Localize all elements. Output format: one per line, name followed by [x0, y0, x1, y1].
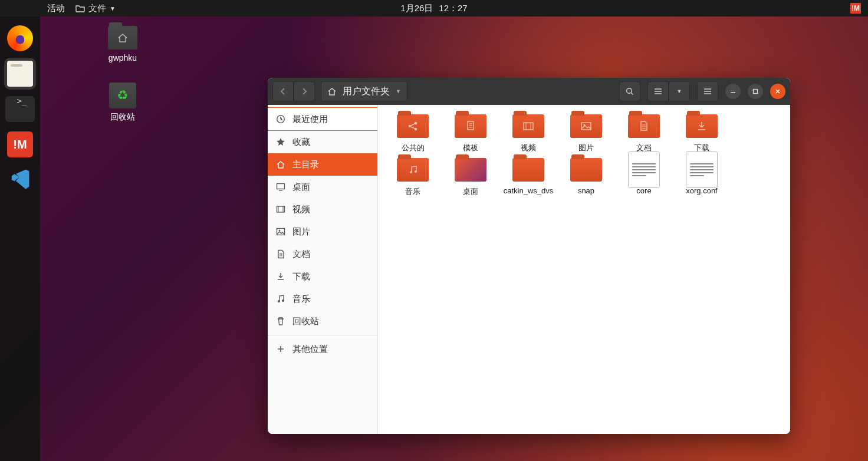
home-icon	[276, 160, 285, 169]
window-header[interactable]: 用户文件夹 ▼ ▼	[268, 78, 790, 105]
folder-icon	[570, 114, 602, 138]
svg-point-7	[278, 300, 280, 302]
dock-item-files[interactable]	[4, 58, 36, 90]
folder-icon	[75, 4, 85, 12]
forward-button[interactable]	[294, 81, 315, 101]
file-item[interactable]: 视频	[499, 113, 557, 153]
nomachine-icon: !M	[7, 131, 33, 157]
date-label: 1月26日	[400, 3, 433, 14]
time-label: 12：27	[439, 3, 467, 14]
sidebar-item-label: 下载	[292, 271, 310, 282]
dock: >_ !M	[0, 17, 40, 461]
sidebar-item-starred[interactable]: 收藏	[268, 131, 377, 153]
nomachine-tray-icon[interactable]: !M	[850, 3, 861, 14]
file-label: 桌面	[463, 186, 478, 197]
activities-button[interactable]: 活动	[47, 3, 65, 14]
maximize-button[interactable]	[748, 84, 763, 99]
clock-icon	[276, 114, 285, 124]
separator	[268, 335, 377, 335]
folder-icon	[570, 158, 602, 182]
sidebar-item-label: 音乐	[292, 294, 310, 305]
file-label: catkin_ws_dvs	[504, 186, 554, 195]
file-item[interactable]: 图片	[557, 113, 615, 153]
sidebar-item-label: 桌面	[292, 182, 310, 193]
close-icon	[775, 88, 781, 94]
download-icon	[276, 272, 285, 281]
firefox-icon	[7, 25, 33, 51]
search-icon	[626, 87, 634, 96]
plus-icon	[276, 344, 285, 354]
desktop-icon-home[interactable]: gwphku	[99, 26, 146, 62]
file-item[interactable]: 文档	[615, 113, 673, 153]
sidebar-item-other[interactable]: 其他位置	[268, 338, 377, 360]
file-item[interactable]: 下载	[673, 113, 731, 153]
sidebar-item-home[interactable]: 主目录	[268, 153, 377, 176]
search-button[interactable]	[619, 81, 640, 101]
file-item[interactable]: xorg.conf	[673, 157, 731, 197]
sidebar-item-recent[interactable]: 最近使用	[268, 107, 377, 131]
folder-icon	[512, 114, 544, 138]
file-label: 音乐	[405, 186, 420, 197]
svg-point-0	[627, 88, 632, 94]
picture-icon	[276, 227, 285, 236]
dock-item-vscode[interactable]	[4, 164, 36, 196]
document-icon	[276, 249, 285, 259]
chevron-down-icon: ▼	[677, 88, 682, 94]
sidebar-item-label: 最近使用	[292, 114, 328, 125]
dock-item-nomachine[interactable]: !M	[4, 129, 36, 160]
close-button[interactable]	[770, 84, 785, 99]
sidebar-item-documents[interactable]: 文档	[268, 243, 377, 265]
svg-point-17	[415, 170, 417, 173]
sidebar-item-music[interactable]: 音乐	[268, 288, 377, 310]
vscode-icon	[7, 166, 33, 195]
file-label: 视频	[521, 143, 536, 153]
file-item[interactable]: 音乐	[384, 157, 442, 197]
svg-point-11	[415, 128, 417, 130]
folder-icon	[512, 158, 544, 182]
sidebar-item-label: 主目录	[292, 159, 319, 170]
list-view-button[interactable]	[647, 81, 669, 101]
file-label: snap	[578, 186, 594, 195]
dock-item-firefox[interactable]	[4, 22, 36, 54]
file-item[interactable]: 模板	[442, 113, 499, 153]
file-item[interactable]: catkin_ws_dvs	[499, 157, 557, 197]
chevron-down-icon: ▼	[396, 88, 401, 94]
svg-point-16	[410, 171, 412, 173]
sidebar-item-downloads[interactable]: 下载	[268, 265, 377, 288]
svg-rect-14	[581, 123, 591, 130]
dock-item-terminal[interactable]: >_	[4, 93, 36, 125]
star-icon	[276, 137, 285, 147]
sidebar-item-trash[interactable]: 回收站	[268, 310, 377, 332]
path-bar[interactable]: 用户文件夹 ▼	[321, 81, 407, 101]
svg-point-10	[415, 122, 417, 124]
desktop-icon-trash[interactable]: ♻ 回收站	[99, 83, 146, 123]
sidebar-item-videos[interactable]: 视频	[268, 198, 377, 220]
sidebar-item-pictures[interactable]: 图片	[268, 220, 377, 243]
file-grid[interactable]: 公共的模板视频图片文档下载音乐桌面catkin_ws_dvssnapcorexo…	[378, 105, 790, 434]
file-item[interactable]: core	[615, 157, 673, 197]
sidebar-item-desktop[interactable]: 桌面	[268, 176, 377, 198]
svg-rect-3	[277, 184, 285, 189]
back-button[interactable]	[272, 81, 294, 101]
view-dropdown-button[interactable]: ▼	[669, 81, 690, 101]
desktop-icon-label: 回收站	[110, 112, 135, 123]
hamburger-menu-button[interactable]	[697, 81, 718, 101]
minimize-button[interactable]	[725, 84, 741, 99]
hamburger-icon	[703, 88, 712, 95]
app-menu[interactable]: 文件 ▼	[75, 3, 116, 14]
sidebar-item-label: 图片	[292, 226, 310, 238]
trash-icon: ♻	[109, 83, 136, 108]
clock[interactable]: 1月26日 12：27	[400, 3, 467, 14]
textfile-icon	[628, 152, 660, 188]
file-item[interactable]: 桌面	[442, 157, 499, 197]
top-panel: 活动 文件 ▼ 1月26日 12：27 !M	[0, 0, 868, 17]
desktop-icon	[276, 182, 285, 192]
file-item[interactable]: 公共的	[384, 113, 442, 153]
file-manager-window: 用户文件夹 ▼ ▼ 最近使用 收藏 主目录	[268, 78, 790, 434]
file-item[interactable]: snap	[557, 157, 615, 197]
desktop-icons: gwphku ♻ 回收站	[99, 26, 146, 123]
chevron-down-icon: ▼	[110, 5, 116, 12]
svg-point-6	[279, 230, 281, 232]
music-icon	[276, 294, 285, 304]
folder-icon	[628, 114, 660, 138]
